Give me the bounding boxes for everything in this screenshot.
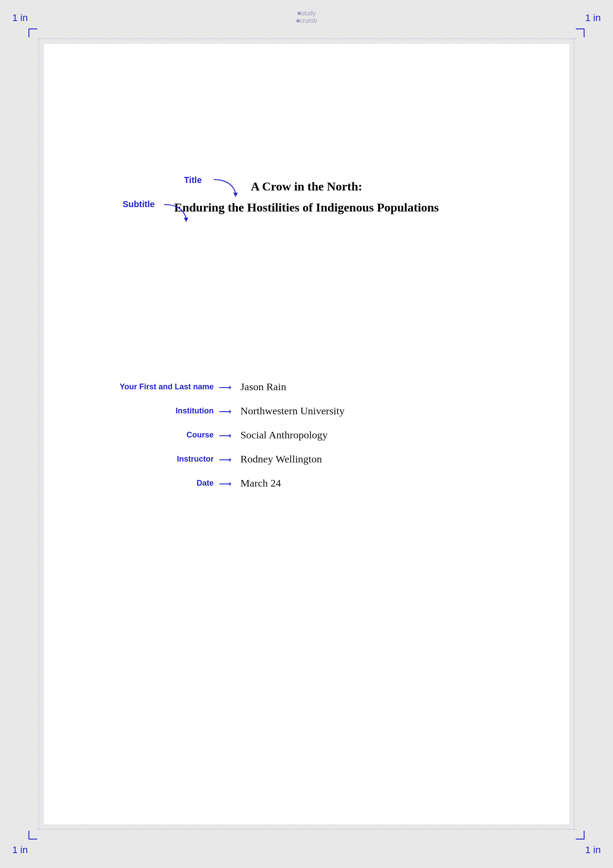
- dashed-border-left: [39, 39, 39, 829]
- institution-value: Northwestern University: [240, 405, 345, 417]
- page-content: Title Subtitle A Crow in the North: Endu…: [44, 44, 569, 824]
- title-arrow-icon: [214, 177, 240, 197]
- margin-label-bottom-right: 1 in: [585, 844, 601, 856]
- author-name-row: Your First and Last name ⟶ Jason Rain: [114, 381, 517, 393]
- name-arrow-icon: ⟶: [219, 382, 232, 392]
- corner-bracket-top-left: [28, 28, 37, 37]
- svg-marker-0: [233, 193, 238, 197]
- course-label: Course: [114, 430, 219, 440]
- dashed-border-bottom: [37, 829, 576, 829]
- instructor-value: Rodney Wellington: [240, 453, 322, 465]
- margin-label-bottom-left: 1 in: [12, 844, 28, 856]
- title-annotation-label: Title: [184, 175, 202, 185]
- margin-label-top-left: 1 in: [12, 12, 28, 24]
- paper-title: A Crow in the North:: [96, 180, 517, 194]
- corner-bracket-bottom-left: [28, 831, 37, 840]
- date-label: Date: [114, 479, 219, 488]
- subtitle-annotation-label: Subtitle: [123, 199, 155, 209]
- inner-content: Title Subtitle A Crow in the North: Endu…: [44, 44, 569, 524]
- corner-bracket-top-right: [576, 28, 585, 37]
- course-arrow-icon: ⟶: [219, 430, 232, 441]
- instructor-row: Instructor ⟶ Rodney Wellington: [114, 453, 517, 465]
- paper-subtitle: Enduring the Hostilities of Indigenous P…: [96, 201, 517, 215]
- svg-marker-1: [184, 218, 188, 222]
- title-annotation-area: Title Subtitle A Crow in the North: Endu…: [96, 180, 517, 215]
- name-value: Jason Rain: [240, 381, 286, 393]
- logo-line1: ■study: [297, 10, 316, 17]
- instructor-label: Instructor: [114, 455, 219, 464]
- institution-arrow-icon: ⟶: [219, 406, 232, 416]
- logo-line2: ■crumb: [296, 17, 317, 25]
- date-arrow-icon: ⟶: [219, 478, 232, 489]
- dashed-border-top: [37, 39, 576, 39]
- margin-label-top-right: 1 in: [585, 12, 601, 24]
- dashed-border-right: [574, 39, 574, 829]
- institution-row: Institution ⟶ Northwestern University: [114, 405, 517, 417]
- course-value: Social Anthropology: [240, 429, 328, 441]
- corner-bracket-bottom-right: [576, 831, 585, 840]
- institution-label: Institution: [114, 406, 219, 416]
- instructor-arrow-icon: ⟶: [219, 454, 232, 465]
- subtitle-arrow-icon: [164, 202, 190, 222]
- date-row: Date ⟶ March 24: [114, 477, 517, 489]
- date-value: March 24: [240, 477, 281, 489]
- author-info-section: Your First and Last name ⟶ Jason Rain In…: [96, 381, 517, 489]
- course-row: Course ⟶ Social Anthropology: [114, 429, 517, 441]
- studycrumb-logo: ■study ■crumb: [296, 10, 317, 25]
- name-label: Your First and Last name: [114, 382, 219, 392]
